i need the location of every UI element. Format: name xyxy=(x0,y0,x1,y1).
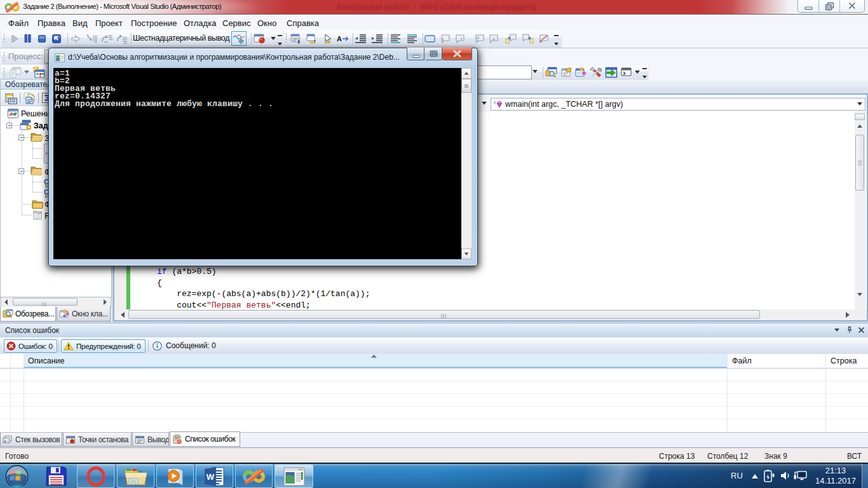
svg-text:A: A xyxy=(337,35,342,43)
svg-text:W: W xyxy=(206,472,214,482)
